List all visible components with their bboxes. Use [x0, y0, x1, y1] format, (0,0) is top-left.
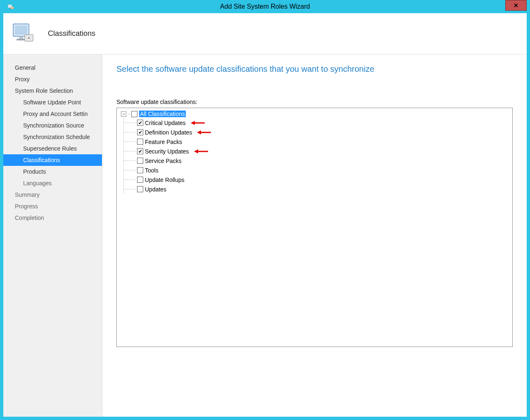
main-panel: Select the software update classificatio… [102, 54, 527, 417]
checkbox[interactable]: ✔ [137, 129, 143, 135]
svg-rect-6 [17, 39, 26, 40]
svg-marker-14 [194, 149, 198, 153]
tree-node-label: Update Rollups [144, 177, 185, 183]
sidebar-item-proxy[interactable]: Proxy [3, 73, 102, 85]
svg-marker-10 [191, 121, 195, 125]
tree-label: Software update classifications: [116, 99, 513, 105]
expander-icon[interactable]: − [121, 111, 126, 117]
close-icon: ✕ [513, 2, 518, 9]
svg-marker-12 [197, 130, 201, 134]
sidebar-item-products[interactable]: Products [3, 166, 102, 177]
tree-children: ✔Critical Updates✔Definition UpdatesFeat… [123, 118, 508, 194]
tree-connector: ·· [128, 111, 130, 116]
sidebar-item-synchronization-source[interactable]: Synchronization Source [3, 120, 102, 131]
wizard-window: Add Site System Roles Wizard ✕ Classific… [0, 0, 530, 420]
tree-node-security-updates[interactable]: ✔Security Updates [124, 146, 508, 156]
tree-node-definition-updates[interactable]: ✔Definition Updates [124, 127, 508, 137]
close-button[interactable]: ✕ [505, 0, 527, 11]
main-heading: Select the software update classificatio… [116, 64, 513, 74]
tree-node-label: Feature Packs [144, 139, 183, 145]
sidebar-item-software-update-point[interactable]: Software Update Point [3, 97, 102, 108]
annotation-arrow-icon [194, 149, 208, 154]
monitor-icon [11, 21, 35, 46]
checkbox[interactable]: ✔ [137, 148, 143, 154]
sidebar-item-proxy-and-account-settin[interactable]: Proxy and Account Settin [3, 108, 102, 120]
tree-node-label: Definition Updates [144, 129, 193, 136]
sidebar: GeneralProxySystem Role SelectionSoftwar… [3, 54, 102, 417]
sidebar-item-supersedence-rules[interactable]: Supersedence Rules [3, 143, 102, 154]
tree-node-feature-packs[interactable]: Feature Packs [124, 137, 508, 146]
titlebar: Add Site System Roles Wizard ✕ [3, 0, 527, 13]
sidebar-item-summary[interactable]: Summary [3, 189, 102, 201]
tree-node-update-rollups[interactable]: Update Rollups [124, 175, 508, 184]
svg-rect-1 [9, 8, 11, 9]
tree-node-updates[interactable]: Updates [124, 184, 508, 194]
checkbox[interactable] [137, 177, 143, 183]
checkbox[interactable] [137, 158, 143, 164]
sidebar-item-synchronization-schedule[interactable]: Synchronization Schedule [3, 131, 102, 143]
svg-point-8 [28, 37, 30, 39]
sidebar-item-general[interactable]: General [3, 62, 102, 73]
tree-node-critical-updates[interactable]: ✔Critical Updates [124, 118, 508, 127]
wizard-header: Classifications [3, 13, 527, 54]
wizard-body: GeneralProxySystem Role SelectionSoftwar… [3, 54, 527, 417]
sidebar-item-languages[interactable]: Languages [3, 177, 102, 189]
root-label[interactable]: All Classifications [139, 111, 186, 117]
annotation-arrow-icon [197, 130, 211, 135]
root-checkbox[interactable] [131, 111, 137, 117]
tree-node-tools[interactable]: Tools [124, 165, 508, 175]
tree-node-label: Critical Updates [144, 120, 187, 126]
sidebar-item-system-role-selection[interactable]: System Role Selection [3, 85, 102, 97]
sidebar-item-completion[interactable]: Completion [3, 212, 102, 224]
tree-node-label: Security Updates [144, 148, 190, 155]
classifications-tree[interactable]: − ·· All Classifications ✔Critical Updat… [116, 108, 513, 347]
checkbox[interactable] [137, 186, 143, 192]
annotation-arrow-icon [191, 120, 205, 125]
checkbox[interactable]: ✔ [137, 120, 143, 126]
tree-root-node[interactable]: − ·· All Classifications [121, 111, 508, 117]
checkbox[interactable] [137, 139, 143, 145]
tree-node-service-packs[interactable]: Service Packs [124, 156, 508, 165]
window-title: Add Site System Roles Wizard [220, 3, 310, 10]
tree-node-label: Updates [144, 186, 167, 193]
svg-rect-5 [19, 36, 23, 39]
svg-rect-4 [15, 26, 27, 35]
tree-node-label: Tools [144, 167, 159, 174]
checkbox[interactable] [137, 167, 143, 173]
app-icon [7, 2, 15, 11]
sidebar-item-progress[interactable]: Progress [3, 201, 102, 212]
sidebar-item-classifications[interactable]: Classifications [3, 154, 102, 166]
tree-node-label: Service Packs [144, 158, 182, 164]
page-title: Classifications [48, 29, 95, 38]
svg-point-2 [11, 7, 14, 9]
